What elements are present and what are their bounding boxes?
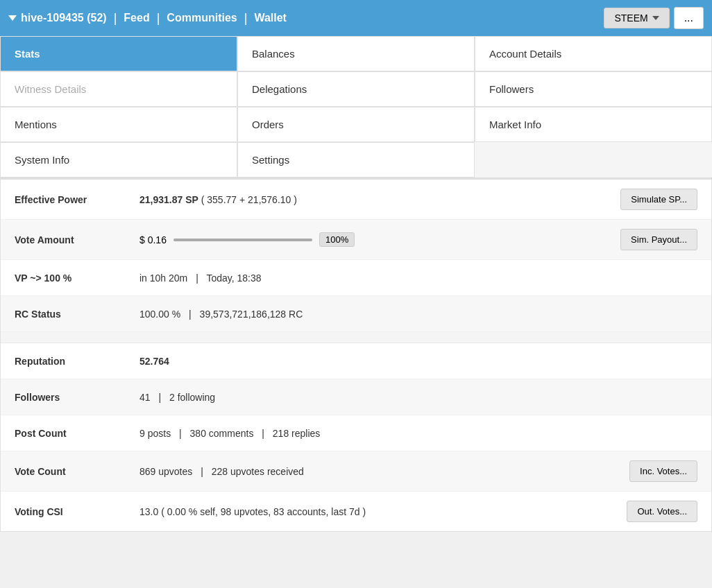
communities-link[interactable]: Communities	[167, 12, 237, 24]
reputation-value: 52.764	[139, 356, 697, 367]
effective-power-label: Effective Power	[15, 194, 139, 205]
voting-csi-label: Voting CSI	[15, 506, 139, 517]
dropdown-triangle-icon[interactable]	[8, 15, 17, 21]
menu-item-orders[interactable]: Orders	[237, 107, 475, 142]
followers-row: Followers 41 | 2 following	[1, 379, 711, 415]
steem-label: STEEM	[614, 12, 647, 24]
menu-item-market-info[interactable]: Market Info	[475, 107, 712, 142]
vote-count-label: Vote Count	[15, 466, 139, 477]
vp-sep: |	[196, 273, 198, 284]
voting-csi-row: Voting CSI 13.0 ( 0.00 % self, 98 upvote…	[1, 492, 711, 531]
menu-item-system-info[interactable]: System Info	[0, 142, 237, 178]
effective-power-row: Effective Power 21,931.87 SP ( 355.77 + …	[1, 180, 711, 220]
menu-item-stats[interactable]: Stats	[0, 36, 237, 71]
followers-label: Followers	[15, 392, 139, 403]
vote-pct-badge: 100%	[319, 232, 355, 247]
effective-power-value: 21,931.87 SP ( 355.77 + 21,576.10 )	[139, 194, 613, 205]
post-count-sep1: |	[179, 428, 182, 439]
sep1: |	[114, 11, 117, 26]
rc-status-row: RC Status 100.00 % | 39,573,721,186,128 …	[1, 296, 711, 332]
menu-item-delegations[interactable]: Delegations	[237, 71, 475, 107]
rc-status-label: RC Status	[15, 309, 139, 320]
account-title: hive-109435 (52)	[21, 12, 107, 24]
sep2: |	[157, 11, 160, 26]
vote-count-row: Vote Count 869 upvotes | 228 upvotes rec…	[1, 451, 711, 492]
feed-link[interactable]: Feed	[124, 12, 149, 24]
vote-slider-area: $ 0.16 100%	[139, 232, 613, 247]
menu-item-witness-details: Witness Details	[0, 71, 237, 107]
post-count-value: 9 posts | 380 comments | 218 replies	[139, 428, 697, 439]
menu-item-settings[interactable]: Settings	[237, 142, 475, 178]
reputation-row: Reputation 52.764	[1, 343, 711, 379]
header: hive-109435 (52) | Feed | Communities | …	[0, 0, 712, 36]
sim-payout-button[interactable]: Sim. Payout...	[620, 229, 697, 250]
followers-value: 41 | 2 following	[139, 392, 697, 403]
vote-slider-track[interactable]	[173, 239, 312, 241]
stats-spacer	[1, 332, 711, 343]
vote-amount-label: Vote Amount	[15, 234, 139, 245]
post-count-label: Post Count	[15, 428, 139, 439]
post-count-row: Post Count 9 posts | 380 comments | 218 …	[1, 415, 711, 451]
stats-panel: Effective Power 21,931.87 SP ( 355.77 + …	[0, 179, 712, 532]
vote-amount-value: $ 0.16	[139, 234, 167, 245]
menu-item-empty	[475, 142, 712, 178]
simulate-sp-button[interactable]: Simulate SP...	[620, 189, 697, 210]
navigation-menu: Stats Balances Account Details Witness D…	[0, 36, 712, 179]
followers-sep: |	[158, 392, 161, 403]
wallet-link[interactable]: Wallet	[254, 12, 287, 24]
post-count-sep2: |	[262, 428, 264, 439]
menu-item-balances[interactable]: Balances	[237, 36, 475, 71]
menu-item-mentions[interactable]: Mentions	[0, 107, 237, 142]
vote-count-sep: |	[201, 466, 203, 477]
reputation-label: Reputation	[15, 356, 139, 367]
out-votes-button[interactable]: Out. Votes...	[627, 501, 697, 522]
vote-slider-fill	[173, 239, 312, 241]
menu-item-followers[interactable]: Followers	[475, 71, 712, 107]
inc-votes-button[interactable]: Inc. Votes...	[629, 460, 697, 482]
steem-chevron-down-icon	[652, 16, 659, 20]
menu-item-account-details[interactable]: Account Details	[475, 36, 712, 71]
sep3: |	[244, 11, 248, 26]
steem-dropdown-button[interactable]: STEEM	[604, 8, 669, 28]
vote-amount-row: Vote Amount $ 0.16 100% Sim. Payout...	[1, 220, 711, 260]
vp-value: in 10h 20m | Today, 18:38	[139, 273, 697, 284]
vp-label: VP ~> 100 %	[15, 273, 139, 284]
header-title: hive-109435 (52)	[8, 12, 107, 24]
rc-sep: |	[189, 309, 192, 320]
rc-status-value: 100.00 % | 39,573,721,186,128 RC	[139, 309, 697, 320]
vp-row: VP ~> 100 % in 10h 20m | Today, 18:38	[1, 260, 711, 296]
voting-csi-value: 13.0 ( 0.00 % self, 98 upvotes, 83 accou…	[139, 506, 620, 517]
vote-count-value: 869 upvotes | 228 upvotes received	[139, 466, 622, 477]
more-options-button[interactable]: ...	[674, 7, 704, 29]
